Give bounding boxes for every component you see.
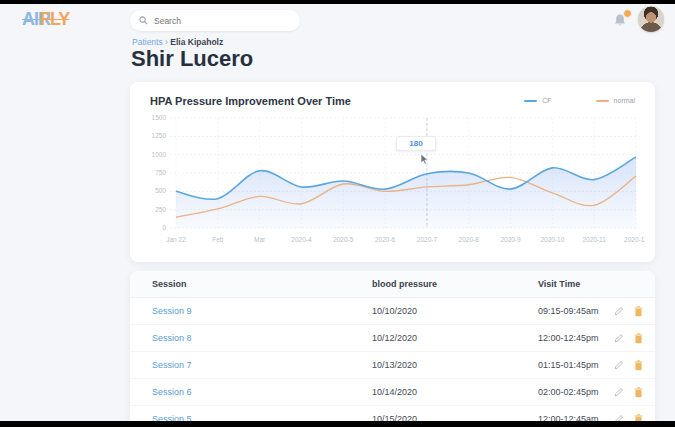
bottom-frame-bar [0, 421, 675, 427]
blood-pressure-cell: 10/12/2020 [372, 333, 538, 343]
session-link[interactable]: Session 9 [152, 306, 372, 316]
row-actions [599, 333, 643, 344]
table-header-row: Session blood pressure Visit Time [130, 271, 655, 298]
search-input[interactable] [154, 16, 291, 26]
visit-time-cell: 09:15-09:45am [538, 306, 599, 316]
column-header-session: Session [152, 279, 372, 289]
session-link[interactable]: Session 8 [152, 333, 372, 343]
blood-pressure-cell: 10/10/2020 [372, 306, 538, 316]
table-row: Session 8 10/12/2020 12:00-12:45pm [130, 325, 655, 352]
column-header-visit-time: Visit Time [538, 279, 599, 289]
search-icon [139, 16, 148, 25]
svg-text:2020-7: 2020-7 [417, 236, 438, 243]
svg-text:2020-10: 2020-10 [540, 236, 564, 243]
svg-text:2020-6: 2020-6 [375, 236, 396, 243]
edit-button[interactable] [614, 360, 624, 370]
svg-text:500: 500 [155, 187, 166, 194]
svg-text:2020-5: 2020-5 [333, 236, 354, 243]
trash-icon [634, 360, 643, 371]
delete-button[interactable] [634, 387, 643, 398]
row-actions [599, 306, 643, 317]
notification-bell-button[interactable] [613, 13, 629, 31]
svg-text:2020-9: 2020-9 [500, 236, 521, 243]
delete-button[interactable] [634, 306, 643, 317]
session-link[interactable]: Session 6 [152, 387, 372, 397]
trash-icon [634, 306, 643, 317]
svg-text:Mar: Mar [254, 236, 266, 243]
user-avatar[interactable] [638, 6, 664, 32]
trash-icon [634, 387, 643, 398]
chart-legend: CF normal [524, 97, 635, 104]
table-row: Session 9 10/10/2020 09:15-09:45am [130, 298, 655, 325]
top-frame-bar [0, 0, 675, 4]
row-actions [599, 360, 643, 371]
svg-text:250: 250 [155, 206, 166, 213]
svg-text:2020-4: 2020-4 [291, 236, 312, 243]
delete-button[interactable] [634, 360, 643, 371]
chart-title: HPA Pressure Improvement Over Time [150, 95, 351, 107]
pencil-icon [614, 387, 624, 397]
visit-time-cell: 01:15-01:45pm [538, 360, 599, 370]
notification-badge [623, 9, 632, 18]
line-chart-plot[interactable]: 0250500750100012501500Jan 22FebMar2020-4… [140, 110, 645, 256]
page-title: Shir Lucero [131, 46, 253, 72]
edit-button[interactable] [614, 306, 624, 316]
sessions-table: Session blood pressure Visit Time Sessio… [130, 271, 655, 427]
cursor-icon [418, 152, 429, 170]
table-row: Session 7 10/13/2020 01:15-01:45pm [130, 352, 655, 379]
svg-text:2020-8: 2020-8 [459, 236, 480, 243]
airfly-logo[interactable]: AIRFLY [22, 9, 69, 30]
svg-text:1250: 1250 [152, 132, 167, 139]
logo-fly-text: FLY [40, 9, 69, 29]
pencil-icon [614, 306, 624, 316]
row-actions [599, 387, 643, 398]
pencil-icon [614, 360, 624, 370]
table-row: Session 6 10/14/2020 02:00-02:45pm [130, 379, 655, 406]
svg-text:750: 750 [155, 169, 166, 176]
svg-text:0: 0 [162, 224, 166, 231]
trash-icon [634, 333, 643, 344]
legend-item-cf[interactable]: CF [524, 97, 551, 104]
column-header-blood-pressure: blood pressure [372, 279, 538, 289]
edit-button[interactable] [614, 387, 624, 397]
edit-button[interactable] [614, 333, 624, 343]
pressure-chart-card: HPA Pressure Improvement Over Time CF no… [130, 82, 655, 262]
svg-text:2020-11: 2020-11 [582, 236, 606, 243]
session-link[interactable]: Session 7 [152, 360, 372, 370]
table-body: Session 9 10/10/2020 09:15-09:45am Sessi… [130, 298, 655, 427]
delete-button[interactable] [634, 333, 643, 344]
svg-text:Jan 22: Jan 22 [166, 236, 186, 243]
svg-text:2020-12: 2020-12 [624, 236, 645, 243]
legend-label-cf: CF [542, 97, 551, 104]
svg-text:1000: 1000 [152, 151, 167, 158]
visit-time-cell: 02:00-02:45pm [538, 387, 599, 397]
chart-tooltip: 180 [396, 136, 436, 151]
blood-pressure-cell: 10/13/2020 [372, 360, 538, 370]
cf-line-swatch [524, 100, 537, 102]
pencil-icon [614, 333, 624, 343]
svg-text:1500: 1500 [152, 114, 167, 121]
legend-label-normal: normal [614, 97, 635, 104]
normal-line-swatch [596, 100, 609, 102]
svg-text:Feb: Feb [212, 236, 224, 243]
search-bar[interactable] [130, 10, 300, 31]
visit-time-cell: 12:00-12:45pm [538, 333, 599, 343]
legend-item-normal[interactable]: normal [596, 97, 635, 104]
patient-dashboard-page: AIRFLY Patients › Elia Kipaholz Shir Luc… [0, 0, 675, 427]
blood-pressure-cell: 10/14/2020 [372, 387, 538, 397]
